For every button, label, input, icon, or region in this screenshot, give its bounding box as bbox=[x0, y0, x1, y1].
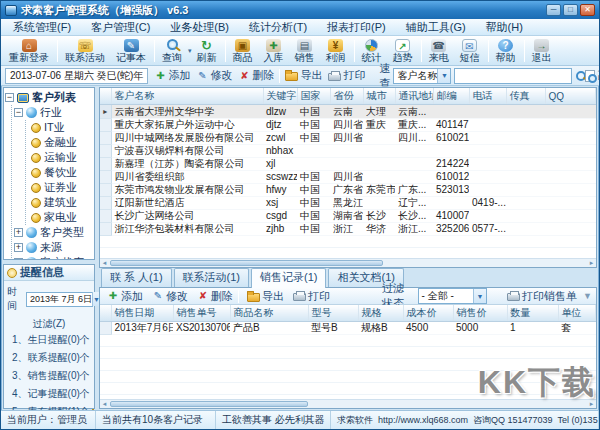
column-header[interactable]: 型号 bbox=[308, 305, 358, 322]
reminder-item[interactable]: 4、记事提醒(0)个 bbox=[5, 385, 93, 403]
quickbar-button[interactable]: 修改 bbox=[193, 68, 235, 83]
tree-leaf[interactable]: 运输业 bbox=[26, 150, 93, 165]
column-header[interactable]: 销售单号 bbox=[173, 305, 230, 322]
column-header[interactable]: 国家 bbox=[297, 88, 330, 105]
toolbar-button[interactable]: 销售 bbox=[290, 38, 320, 64]
sales-toolbar-button[interactable]: 导出 bbox=[244, 289, 287, 304]
sales-row[interactable]: 2013年7月6日 XS201307060002 产品B 型号B 规格B 450… bbox=[100, 322, 596, 335]
menu-item[interactable]: 统计分析(T) bbox=[239, 20, 317, 35]
maximize-button[interactable]: □ bbox=[563, 4, 578, 16]
column-header[interactable]: 关键字 bbox=[263, 88, 297, 105]
tree-expand-toggle[interactable] bbox=[14, 243, 23, 252]
customer-row[interactable]: 四川省委组织部 scswzzb 中国 四川省 610012 bbox=[100, 171, 596, 184]
sales-toolbar-button[interactable]: 打印 bbox=[290, 289, 333, 304]
minimize-button[interactable]: ─ bbox=[546, 4, 561, 16]
tree-leaf[interactable]: 餐饮业 bbox=[26, 165, 93, 180]
customer-row[interactable]: 长沙广达网络公司 csgd 中国 湖南省 长沙 长沙... 410007 bbox=[100, 210, 596, 223]
tab[interactable]: 联系活动(1) bbox=[174, 268, 249, 287]
quickbar-button[interactable]: 添加 bbox=[151, 68, 193, 83]
menu-item[interactable]: 帮助(H) bbox=[476, 20, 533, 35]
sales-toolbar-button[interactable]: 修改 bbox=[149, 289, 191, 304]
column-header[interactable]: 客户名称 bbox=[111, 88, 263, 105]
filter-status-select[interactable]: - 全部 - bbox=[418, 288, 487, 304]
column-header[interactable]: 规格 bbox=[358, 305, 403, 322]
scroll-right-icon[interactable]: ▸ bbox=[587, 259, 596, 267]
reminder-filter-link[interactable]: 过滤(Z) bbox=[5, 317, 93, 331]
print-sale-button[interactable]: 打印销售单 bbox=[504, 289, 580, 304]
close-button[interactable]: ✕ bbox=[580, 4, 595, 16]
toolbar-button[interactable]: 利润 bbox=[321, 38, 351, 64]
scroll-left-icon[interactable]: ◂ bbox=[100, 259, 109, 267]
scrollbar-thumb[interactable] bbox=[110, 401, 308, 407]
reminder-item[interactable]: 1、生日提醒(0)个 bbox=[5, 331, 93, 349]
toolbar-button[interactable]: 退出 bbox=[527, 38, 557, 64]
customer-row[interactable]: 重庆大家拓展户外运动中心 djtz 中国 四川省 重庆 重庆... 401147 bbox=[100, 119, 596, 132]
tree-leaf[interactable]: 金融业 bbox=[26, 135, 93, 150]
column-header[interactable]: 成本价 bbox=[403, 305, 453, 322]
column-header[interactable]: 通讯地址 bbox=[395, 88, 433, 105]
tree-folder-industry[interactable]: 行业 bbox=[12, 105, 93, 120]
tree-expand-toggle[interactable] bbox=[5, 93, 14, 102]
column-header[interactable]: 传真 bbox=[506, 88, 545, 105]
column-header[interactable]: 邮编 bbox=[433, 88, 469, 105]
menu-item[interactable]: 辅助工具(G) bbox=[396, 20, 476, 35]
column-header[interactable]: QQ bbox=[545, 88, 596, 105]
scroll-left-icon[interactable]: ◂ bbox=[100, 400, 109, 408]
tree-folder[interactable]: 来源 bbox=[12, 240, 93, 255]
tab[interactable]: 联 系 人(1) bbox=[101, 268, 172, 287]
tree-folder[interactable]: 客户类型 bbox=[12, 225, 93, 240]
column-header[interactable]: 单位 bbox=[558, 305, 596, 322]
tree-leaf[interactable]: IT业 bbox=[26, 120, 93, 135]
customer-row[interactable]: 四川中城网络发展股份有限公司 zcwl 中国 四川省 四川... 610021 bbox=[100, 132, 596, 145]
toolbar-button[interactable]: 趋势 bbox=[388, 38, 418, 64]
search-input[interactable] bbox=[454, 68, 572, 84]
menu-item[interactable]: 客户管理(C) bbox=[81, 20, 160, 35]
toolbar-overflow-icon[interactable]: ▼ bbox=[583, 291, 592, 301]
quickbar-button[interactable]: 打印 bbox=[325, 68, 368, 83]
toolbar-button[interactable]: 商品 bbox=[228, 38, 258, 64]
column-header[interactable]: 商品名称 bbox=[230, 305, 308, 322]
menu-item[interactable]: 业务处理(B) bbox=[160, 20, 239, 35]
tree-leaf[interactable]: 证券业 bbox=[26, 180, 93, 195]
customer-row[interactable]: 云南省大理州文华中学 dlzw 中国 云南 大理 云南... bbox=[100, 105, 596, 119]
tree-expand-toggle[interactable] bbox=[14, 108, 23, 117]
status-url[interactable]: http://www.xlq668.com bbox=[378, 415, 468, 425]
tree-leaf[interactable]: 建筑业 bbox=[26, 195, 93, 210]
customer-row[interactable]: 辽阳新世纪酒店 xsj 中国 黑龙江省 辽宁... 0419-... bbox=[100, 197, 596, 210]
toolbar-button[interactable]: 重新登录 bbox=[4, 38, 54, 64]
toolbar-button[interactable]: 帮助 bbox=[491, 38, 521, 64]
scrollbar-thumb[interactable] bbox=[110, 260, 383, 266]
quickbar-button[interactable]: 删除 bbox=[235, 68, 277, 83]
tree-leaf[interactable]: 家电业 bbox=[26, 210, 93, 225]
horizontal-scrollbar[interactable]: ◂ ▸ bbox=[100, 258, 596, 267]
reminder-item[interactable]: 3、销售提醒(0)个 bbox=[5, 367, 93, 385]
customer-row[interactable]: 宁波喜汉锡焊料有限公司 nbhax bbox=[100, 145, 596, 158]
reminder-item[interactable]: 2、联系提醒(0)个 bbox=[5, 349, 93, 367]
customer-row[interactable]: 浙江华济包装材料有限公司 zjhb 中国 浙江 华济 浙江... 325206 … bbox=[100, 223, 596, 236]
toolbar-button[interactable]: 入库 bbox=[259, 38, 289, 64]
toolbar-button[interactable]: 短信 bbox=[455, 38, 485, 64]
column-header[interactable]: 销售价 bbox=[453, 305, 507, 322]
menu-item[interactable]: 系统管理(F) bbox=[3, 20, 81, 35]
toolbar-button[interactable]: 查询 bbox=[157, 38, 187, 64]
search-category-select[interactable]: 客户名称 bbox=[393, 68, 451, 84]
customer-row[interactable]: 新嘉理（江苏）陶瓷有限公司 xjl 214224 bbox=[100, 158, 596, 171]
reminder-date-select[interactable]: 2013年 7月 6日 bbox=[26, 292, 93, 307]
column-header[interactable]: 城市 bbox=[363, 88, 395, 105]
column-header[interactable]: 数量 bbox=[507, 305, 558, 322]
tab[interactable]: 销售记录(1) bbox=[251, 268, 326, 288]
toolbar-button[interactable]: 记事本 bbox=[111, 38, 151, 64]
toolbar-button[interactable]: 来电 bbox=[424, 38, 454, 64]
column-header[interactable]: 电话 bbox=[469, 88, 506, 105]
sales-toolbar-button[interactable]: 添加 bbox=[104, 289, 146, 304]
toolbar-button[interactable]: 刷新 bbox=[192, 38, 222, 64]
quickbar-button[interactable]: 导出 bbox=[282, 68, 325, 83]
column-header[interactable]: 省份 bbox=[330, 88, 363, 105]
customer-row[interactable]: 东莞市鸿发物业发展有限公司 hfwy 中国 广东省 东莞市 广东... 5230… bbox=[100, 184, 596, 197]
sales-toolbar-button[interactable]: 删除 bbox=[194, 289, 236, 304]
menu-item[interactable]: 报表打印(P) bbox=[317, 20, 396, 35]
tree-expand-toggle[interactable] bbox=[14, 228, 23, 237]
tree-root[interactable]: 客户列表 bbox=[5, 90, 93, 105]
advanced-search-button[interactable]: 高级速查 bbox=[582, 68, 600, 83]
column-header[interactable]: 销售日期 bbox=[111, 305, 173, 322]
